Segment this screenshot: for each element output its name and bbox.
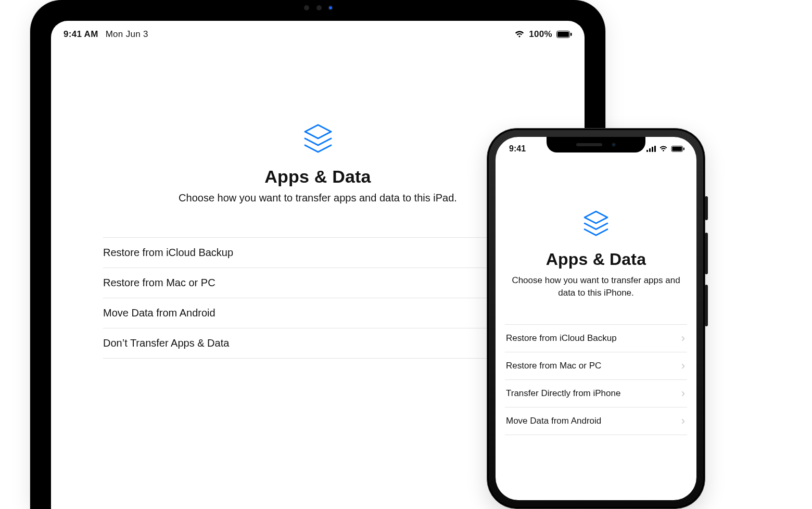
ipad-status-time: 9:41 AM	[64, 29, 98, 40]
option-restore-mac-pc[interactable]: Restore from Mac or PC ›	[103, 268, 532, 298]
option-move-from-android[interactable]: Move Data from Android ›	[505, 408, 687, 435]
option-restore-mac-pc[interactable]: Restore from Mac or PC ›	[505, 352, 687, 380]
option-label: Restore from iCloud Backup	[506, 333, 617, 343]
svg-rect-5	[652, 147, 653, 152]
chevron-right-icon: ›	[681, 415, 685, 427]
iphone-status-time: 9:41	[509, 144, 526, 154]
svg-rect-8	[672, 147, 682, 151]
chevron-right-icon: ›	[681, 388, 685, 399]
page-subtitle: Choose how you want to transfer apps and…	[510, 274, 682, 299]
option-label: Restore from iCloud Backup	[103, 247, 233, 259]
wifi-icon	[659, 146, 668, 152]
svg-rect-1	[557, 32, 569, 37]
ipad-status-bar: 9:41 AM Mon Jun 3 100%	[51, 21, 585, 45]
cellular-signal-icon	[646, 146, 656, 152]
option-label: Move Data from Android	[506, 416, 601, 426]
svg-rect-3	[646, 150, 648, 152]
chevron-right-icon: ›	[681, 333, 685, 344]
stack-icon	[496, 209, 696, 238]
ipad-battery-pct: 100%	[529, 29, 552, 40]
iphone-device-frame: 9:41	[487, 128, 705, 509]
option-transfer-from-iphone[interactable]: Transfer Directly from iPhone ›	[505, 380, 687, 408]
option-label: Move Data from Android	[103, 307, 215, 319]
svg-rect-6	[654, 146, 656, 152]
chevron-right-icon: ›	[681, 360, 685, 372]
iphone-setup-content: Apps & Data Choose how you want to trans…	[496, 160, 696, 435]
ipad-options-list: Restore from iCloud Backup › Restore fro…	[103, 237, 532, 359]
iphone-options-list: Restore from iCloud Backup › Restore fro…	[505, 324, 687, 435]
ipad-status-date: Mon Jun 3	[106, 29, 148, 40]
svg-rect-2	[570, 33, 572, 36]
wifi-icon	[514, 31, 525, 38]
option-dont-transfer[interactable]: Don’t Transfer Apps & Data ›	[103, 328, 532, 359]
iphone-notch	[547, 137, 645, 152]
option-label: Transfer Directly from iPhone	[506, 388, 620, 399]
option-move-from-android[interactable]: Move Data from Android ›	[103, 298, 532, 328]
option-label: Don’t Transfer Apps & Data	[103, 337, 229, 349]
battery-icon	[671, 146, 685, 152]
svg-rect-9	[683, 147, 684, 150]
battery-icon	[556, 31, 572, 38]
option-label: Restore from Mac or PC	[506, 361, 601, 371]
option-restore-icloud[interactable]: Restore from iCloud Backup ›	[103, 238, 532, 268]
option-label: Restore from Mac or PC	[103, 277, 215, 289]
iphone-screen: 9:41	[496, 137, 696, 500]
svg-rect-4	[649, 148, 651, 152]
page-title: Apps & Data	[496, 250, 696, 269]
option-restore-icloud[interactable]: Restore from iCloud Backup ›	[505, 325, 687, 352]
